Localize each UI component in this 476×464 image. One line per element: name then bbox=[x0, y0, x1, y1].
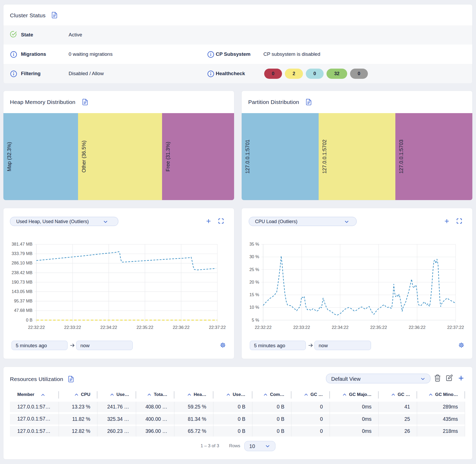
svg-text:95.37 MB: 95.37 MB bbox=[14, 299, 32, 303]
svg-text:22:35:22: 22:35:22 bbox=[370, 325, 387, 330]
svg-text:22:35:22: 22:35:22 bbox=[136, 325, 153, 330]
svg-text:22:33:22: 22:33:22 bbox=[293, 325, 310, 330]
svg-text:22:36:22: 22:36:22 bbox=[173, 325, 190, 330]
svg-text:25 %: 25 % bbox=[249, 267, 259, 272]
svg-text:381.47 MB: 381.47 MB bbox=[12, 242, 32, 246]
svg-text:15 %: 15 % bbox=[249, 292, 259, 297]
svg-text:22:34:22: 22:34:22 bbox=[332, 325, 348, 330]
svg-text:22:32:22: 22:32:22 bbox=[255, 325, 272, 330]
svg-text:5 %: 5 % bbox=[252, 318, 259, 322]
svg-text:22:37:22: 22:37:22 bbox=[209, 325, 226, 330]
svg-text:238.42 MB: 238.42 MB bbox=[12, 270, 32, 275]
svg-text:333.79 MB: 333.79 MB bbox=[12, 251, 32, 256]
svg-text:10 %: 10 % bbox=[249, 305, 259, 310]
svg-text:190.73 MB: 190.73 MB bbox=[12, 280, 32, 284]
svg-text:30 %: 30 % bbox=[249, 254, 259, 259]
svg-text:22:34:22: 22:34:22 bbox=[100, 325, 117, 330]
svg-text:22:33:22: 22:33:22 bbox=[64, 325, 81, 330]
svg-text:35 %: 35 % bbox=[249, 242, 259, 246]
svg-text:286.10 MB: 286.10 MB bbox=[12, 261, 32, 265]
svg-text:22:32:22: 22:32:22 bbox=[28, 325, 45, 330]
svg-text:22:37:22: 22:37:22 bbox=[447, 325, 464, 330]
svg-text:143.05 MB: 143.05 MB bbox=[12, 289, 32, 294]
svg-text:47.68 MB: 47.68 MB bbox=[14, 308, 32, 313]
svg-text:22:36:22: 22:36:22 bbox=[409, 325, 425, 330]
svg-text:20 %: 20 % bbox=[249, 280, 259, 284]
svg-text:0 B: 0 B bbox=[26, 318, 32, 322]
